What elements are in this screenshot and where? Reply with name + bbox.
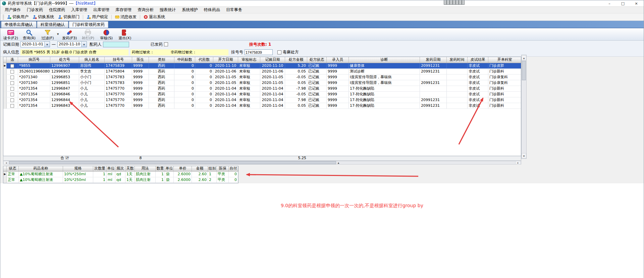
- column-header[interactable]: 审核标志: [238, 57, 260, 63]
- action-button-0[interactable]: 读卡(F2): [3, 29, 18, 40]
- column-header[interactable]: 病历号: [18, 57, 50, 63]
- hscrollbar-thumb[interactable]: [9, 161, 336, 164]
- toolbar-button-5[interactable]: 退出系统: [142, 14, 167, 20]
- toolbar-button-2[interactable]: 切换部门: [56, 14, 82, 20]
- column-header[interactable]: 选: [7, 57, 18, 63]
- select-cell[interactable]: [7, 80, 18, 86]
- row-checkbox[interactable]: [10, 104, 14, 108]
- column-header[interactable]: 挂号号: [105, 57, 132, 63]
- column-header[interactable]: 单位: [107, 166, 115, 171]
- column-header[interactable]: 开单科室: [488, 57, 521, 63]
- narcotic-checkbox[interactable]: [277, 50, 281, 54]
- select-cell[interactable]: [7, 69, 18, 74]
- column-header[interactable]: 状态: [7, 166, 19, 171]
- menu-item-0[interactable]: 用户操作: [2, 7, 24, 13]
- column-header[interactable]: 金额: [192, 166, 208, 171]
- row-checkbox[interactable]: [10, 93, 14, 96]
- column-header[interactable]: 自付: [229, 166, 238, 171]
- select-cell[interactable]: [7, 63, 18, 68]
- menu-item-2[interactable]: 住院摆药: [46, 7, 68, 13]
- prescription-row[interactable]: *207134012996853小小门174757839999西药002020-…: [3, 75, 521, 80]
- prescription-row[interactable]: *207135412996844小儿174757709999西药002020-1…: [3, 97, 521, 103]
- column-header[interactable]: 记账日期: [260, 57, 285, 63]
- column-header[interactable]: 诊断: [349, 57, 420, 63]
- filter-dropdown-arrow[interactable]: ▼: [57, 33, 59, 36]
- column-header[interactable]: 代煎数: [195, 57, 213, 63]
- vertical-scrollbar[interactable]: ▲ ▼: [521, 55, 527, 159]
- action-button-1[interactable]: 查询(R): [21, 29, 37, 40]
- prescription-row[interactable]: *207134012996851小小门174757839999西药002020-…: [3, 80, 521, 86]
- column-header[interactable]: 规格: [63, 166, 93, 171]
- select-cell[interactable]: [7, 92, 18, 97]
- regno-input[interactable]: [245, 49, 273, 55]
- menu-item-9[interactable]: 特殊药品: [201, 7, 223, 13]
- row-checkbox[interactable]: [10, 76, 14, 79]
- toolbar-button-1[interactable]: 切换系统: [31, 14, 56, 20]
- column-header[interactable]: 录入员: [327, 57, 349, 63]
- dispensed-checkbox[interactable]: [164, 42, 168, 46]
- column-header[interactable]: 单位: [165, 166, 174, 171]
- select-cell[interactable]: [7, 103, 18, 108]
- vscrollbar-thumb[interactable]: [522, 61, 526, 80]
- scroll-down-button[interactable]: ▼: [522, 153, 526, 158]
- column-header[interactable]: 病人姓名: [79, 57, 105, 63]
- action-button-5[interactable]: 审核(S): [99, 29, 114, 40]
- menu-item-8[interactable]: 系统维护: [179, 7, 201, 13]
- menu-item-5[interactable]: 库存管理: [112, 7, 135, 13]
- column-header[interactable]: 处方金额: [285, 57, 307, 63]
- menu-item-7[interactable]: 报表统计: [157, 7, 179, 13]
- tab-0[interactable]: 申领单出库确认: [1, 21, 37, 28]
- column-header[interactable]: 处方号: [50, 57, 79, 63]
- splitter-grip-icon[interactable]: ▲: [336, 161, 341, 164]
- date-to-combo[interactable]: 2020-11-10 ▼: [57, 41, 87, 47]
- column-header[interactable]: 发药时间: [447, 57, 468, 63]
- close-button[interactable]: ×: [630, 0, 643, 6]
- chevron-down-icon[interactable]: ▼: [44, 42, 50, 47]
- column-header[interactable]: 频次: [115, 166, 125, 171]
- dispenser-input[interactable]: [103, 42, 129, 47]
- maximize-button[interactable]: □: [616, 0, 630, 6]
- column-header[interactable]: 次数量: [93, 166, 107, 171]
- column-header[interactable]: 药品名称: [19, 166, 63, 171]
- row-checkbox[interactable]: [10, 81, 14, 85]
- action-button-6[interactable]: 退出(X): [117, 29, 132, 40]
- select-cell[interactable]: [7, 75, 18, 80]
- menu-item-3[interactable]: 入库管理: [68, 7, 90, 13]
- action-button-4[interactable]: 补打(P): [80, 29, 96, 40]
- prescription-row[interactable]: *207135412996846小儿174757709999西药002020-1…: [3, 92, 521, 97]
- row-checkbox[interactable]: [10, 98, 14, 102]
- column-header[interactable]: 医保: [217, 166, 229, 171]
- column-header[interactable]: 用法: [135, 166, 156, 171]
- select-cell[interactable]: [7, 97, 18, 103]
- menu-item-1[interactable]: 门诊发药: [24, 7, 46, 13]
- toolbar-button-0[interactable]: 切换用户: [5, 14, 31, 20]
- column-header[interactable]: 类别: [149, 57, 174, 63]
- column-header[interactable]: 皮试结果: [468, 57, 488, 63]
- action-button-3[interactable]: 发药(F3): [62, 29, 77, 40]
- column-header[interactable]: 处方状态: [307, 57, 327, 63]
- prescription-row[interactable]: ▶*985512996907苏国伟174758399999西药002020-11…: [3, 63, 521, 69]
- row-checkbox[interactable]: [10, 64, 14, 68]
- chevron-down-icon[interactable]: ▼: [81, 42, 87, 47]
- toolbar-button-4[interactable]: 消息收发: [113, 14, 139, 20]
- menu-item-10[interactable]: 日常事务: [223, 7, 245, 13]
- menu-item-4[interactable]: 出库管理: [90, 7, 112, 13]
- column-header[interactable]: 中药贴数: [174, 57, 195, 63]
- column-header[interactable]: 天数: [125, 166, 135, 171]
- date-from-combo[interactable]: 2020-11-01 ▼: [20, 41, 50, 47]
- drug-row[interactable]: 正常▲10%葡萄糖注射液10%*250ml1mlqd1天肌肉注射1袋2.6000…: [3, 177, 238, 183]
- row-checkbox[interactable]: [10, 87, 14, 91]
- drug-row[interactable]: ▶正常▲10%葡萄糖注射液10%*250ml1mlqd1天肌肉注射1袋2.600…: [3, 172, 238, 177]
- action-button-2[interactable]: 过滤(F): [40, 29, 55, 40]
- prescription-row[interactable]: 352601196608091512996903李文吉174758049999西…: [3, 69, 521, 75]
- column-header[interactable]: 发药日期: [420, 57, 447, 63]
- toolbar-button-3[interactable]: 用户锁定: [85, 14, 110, 20]
- prescription-row[interactable]: *207135412996847小儿174757709999西药002020-1…: [3, 86, 521, 92]
- prescription-row[interactable]: *207135412996843小儿174757709999西药002020-1…: [3, 103, 521, 109]
- scroll-right-button[interactable]: ►: [515, 161, 521, 164]
- column-header[interactable]: 单价: [174, 166, 192, 171]
- column-header[interactable]: 组别: [208, 166, 217, 171]
- row-checkbox[interactable]: [10, 70, 14, 74]
- minimize-button[interactable]: –: [603, 0, 616, 6]
- scroll-up-button[interactable]: ▲: [522, 55, 526, 60]
